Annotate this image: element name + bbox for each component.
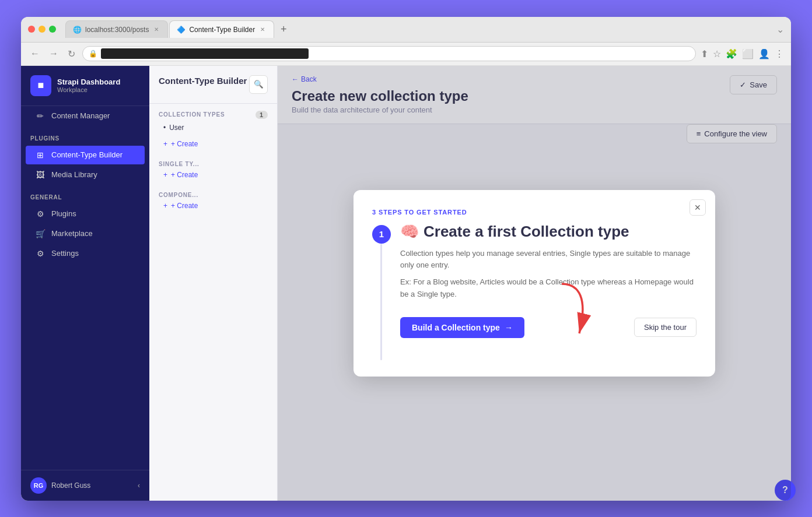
main-content: ← Back Create new collection type Build … bbox=[278, 66, 791, 501]
ctb-collection-types-section: COLLECTION TYPES 1 • User + + Create bbox=[149, 104, 277, 154]
section-label-text: COLLECTION TYPES bbox=[159, 111, 225, 118]
sidebar-footer: RG Robert Guss ‹ bbox=[21, 470, 149, 501]
bullet-icon: • bbox=[163, 124, 166, 132]
url-text: ████████████████████████████████████████ bbox=[101, 48, 309, 59]
create-label: + Create bbox=[171, 171, 198, 179]
ctb-create-component[interactable]: + + Create bbox=[159, 198, 268, 213]
sidebar-item-settings[interactable]: ⚙ Settings bbox=[26, 244, 145, 263]
browser-menu-button[interactable]: ⌄ bbox=[776, 24, 784, 35]
brand-name: Strapi Dashboard bbox=[57, 78, 120, 86]
ctb-search-button[interactable]: 🔍 bbox=[249, 75, 268, 94]
build-collection-type-button[interactable]: Build a Collection type → bbox=[400, 317, 524, 338]
browser-addressbar: ← → ↻ 🔒 ████████████████████████████████… bbox=[21, 43, 791, 66]
title-text: Create a first Collection type bbox=[424, 223, 629, 241]
sidebar: ■ Strapi Dashboard Workplace ✏ Content M… bbox=[21, 66, 149, 501]
tab-localhost[interactable]: 🌐 localhost:3000/posts ✕ bbox=[65, 20, 168, 38]
section-label-text: SINGLE TY... bbox=[159, 161, 200, 167]
marketplace-icon: 🛒 bbox=[35, 229, 46, 238]
skip-tour-button[interactable]: Skip the tour bbox=[634, 318, 696, 337]
profile-icon[interactable]: 👤 bbox=[758, 48, 770, 59]
modal-dialog: ✕ 3 STEPS TO GET STARTED 1 🧠 Create a fi… bbox=[354, 190, 715, 377]
modal-close-button[interactable]: ✕ bbox=[690, 199, 706, 216]
modal-overlay: ✕ 3 STEPS TO GET STARTED 1 🧠 Create a fi… bbox=[278, 66, 791, 501]
tab-label: localhost:3000/posts bbox=[85, 26, 149, 34]
ctb-single-types-section: SINGLE TY... + + Create bbox=[149, 154, 277, 185]
close-icon: ✕ bbox=[694, 203, 701, 212]
plugins-icon: ⚙ bbox=[35, 209, 46, 219]
sidebar-item-label: Marketplace bbox=[51, 229, 93, 238]
modal-example: Ex: For a Blog website, Articles would b… bbox=[400, 276, 696, 301]
sidebar-item-label: Media Library bbox=[51, 170, 97, 179]
ctb-create-collection-type[interactable]: + + Create bbox=[159, 136, 268, 152]
new-tab-button[interactable]: + bbox=[275, 21, 292, 37]
tab-close-button[interactable]: ✕ bbox=[152, 26, 160, 34]
ctb-user-item[interactable]: • User bbox=[159, 120, 268, 135]
share-icon[interactable]: ⬆ bbox=[701, 48, 708, 59]
sidebar-item-content-manager[interactable]: ✏ Content Manager bbox=[26, 107, 145, 125]
traffic-lights bbox=[28, 26, 56, 33]
sidebar-item-media-library[interactable]: 🖼 Media Library bbox=[26, 166, 145, 184]
title-emoji: 🧠 bbox=[400, 223, 419, 241]
ctb-collection-types-label: COLLECTION TYPES 1 bbox=[159, 111, 268, 119]
more-options-icon[interactable]: ⋮ bbox=[775, 48, 784, 59]
sidebar-item-content-type-builder[interactable]: ⊞ Content-Type Builder bbox=[26, 146, 145, 164]
ctb-item-label: User bbox=[169, 124, 184, 132]
refresh-button[interactable]: ↻ bbox=[65, 46, 78, 62]
tab-close-active-button[interactable]: ✕ bbox=[258, 26, 267, 34]
maximize-window-button[interactable] bbox=[49, 26, 56, 33]
skip-tour-label: Skip the tour bbox=[644, 323, 687, 332]
sidebar-item-label: Settings bbox=[51, 249, 79, 258]
sidebar-item-plugins[interactable]: ⚙ Plugins bbox=[26, 205, 145, 223]
collapse-sidebar-button[interactable]: ‹ bbox=[138, 481, 140, 490]
sidebar-section-general: GENERAL bbox=[21, 185, 149, 204]
back-nav-button[interactable]: ← bbox=[28, 46, 42, 61]
plus-icon: + bbox=[163, 171, 167, 179]
section-label-text: COMPONE... bbox=[159, 192, 198, 198]
user-name: Robert Guss bbox=[51, 481, 133, 490]
plus-icon: + bbox=[163, 140, 167, 148]
tab-content-type-builder[interactable]: 🔷 Content-Type Builder ✕ bbox=[169, 20, 274, 38]
step-progress-bar bbox=[380, 244, 382, 360]
build-btn-arrow-icon: → bbox=[505, 323, 513, 332]
ctb-panel-title: Content-Type Builder bbox=[159, 75, 247, 87]
modal-title: 🧠 Create a first Collection type bbox=[400, 223, 696, 241]
tab-label-active: Content-Type Builder bbox=[189, 26, 255, 34]
sidebar-item-label: Plugins bbox=[51, 209, 76, 218]
modal-description: Collection types help you manage several… bbox=[400, 248, 696, 272]
minimize-window-button[interactable] bbox=[38, 26, 46, 33]
tab-favicon: 🌐 bbox=[73, 26, 82, 34]
create-label: + Create bbox=[171, 140, 198, 148]
ctb-create-single-type[interactable]: + + Create bbox=[159, 167, 268, 182]
sidebar-item-marketplace[interactable]: 🛒 Marketplace bbox=[26, 224, 145, 243]
brand-text: Strapi Dashboard Workplace bbox=[57, 78, 120, 93]
content-type-builder-icon: ⊞ bbox=[35, 150, 46, 160]
sidebar-item-label: Content-Type Builder bbox=[51, 150, 123, 159]
bookmark-icon[interactable]: ☆ bbox=[713, 48, 721, 59]
sidebar-section-plugins: PLUGINS bbox=[21, 126, 149, 145]
build-btn-label: Build a Collection type bbox=[412, 323, 500, 332]
create-label: + Create bbox=[171, 202, 198, 210]
close-window-button[interactable] bbox=[28, 26, 35, 33]
collection-types-count: 1 bbox=[256, 111, 268, 119]
avatar: RG bbox=[30, 477, 47, 494]
tab-bar: 🌐 localhost:3000/posts ✕ 🔷 Content-Type … bbox=[65, 20, 772, 38]
browser-window: 🌐 localhost:3000/posts ✕ 🔷 Content-Type … bbox=[21, 17, 791, 501]
split-view-icon[interactable]: ⬜ bbox=[742, 48, 754, 59]
modal-actions: Build a Collection type → bbox=[400, 317, 696, 338]
ctb-panel-header: Content-Type Builder 🔍 bbox=[149, 66, 277, 104]
search-icon: 🔍 bbox=[254, 80, 264, 89]
address-field[interactable]: 🔒 ██████████████████████████████████████… bbox=[82, 46, 696, 61]
browser-actions: ⬆ ☆ 🧩 ⬜ 👤 ⋮ bbox=[701, 48, 784, 59]
sidebar-item-label: Content Manager bbox=[51, 111, 110, 120]
brand-icon: ■ bbox=[30, 75, 51, 96]
step-number: 1 bbox=[372, 225, 391, 244]
modal-step-label: 3 STEPS TO GET STARTED bbox=[372, 209, 696, 216]
forward-nav-button[interactable]: → bbox=[47, 46, 61, 61]
modal-step-row: 1 🧠 Create a first Collection type Colle… bbox=[372, 223, 696, 360]
ctb-single-types-label: SINGLE TY... bbox=[159, 161, 268, 167]
settings-icon: ⚙ bbox=[35, 249, 46, 258]
tab-favicon-active: 🔷 bbox=[177, 26, 186, 34]
brand-sub: Workplace bbox=[57, 86, 120, 93]
extensions-icon[interactable]: 🧩 bbox=[726, 48, 737, 59]
ctb-panel: Content-Type Builder 🔍 COLLECTION TYPES … bbox=[149, 66, 278, 501]
